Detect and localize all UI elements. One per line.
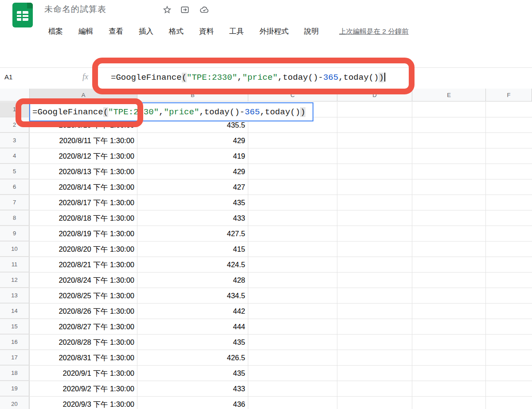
menu-item-外掛程式[interactable]: 外掛程式: [253, 25, 295, 38]
name-box[interactable]: A1: [4, 73, 12, 81]
cell-B17[interactable]: 426.5: [137, 350, 248, 366]
row-header-18[interactable]: 18: [0, 366, 29, 381]
cell-B8[interactable]: 433: [137, 210, 248, 226]
column-header-D[interactable]: D: [337, 89, 412, 101]
last-edited-link[interactable]: 上次編輯是在 2 分鐘前: [339, 27, 409, 36]
cell-B14[interactable]: 442: [137, 304, 248, 319]
cell-A17[interactable]: 2020/8/31 下午 1:30:00: [30, 350, 137, 366]
cell-A8[interactable]: 2020/8/18 下午 1:30:00: [30, 210, 137, 226]
row-header-4[interactable]: 4: [0, 148, 29, 164]
grid-body[interactable]: 122020/8/10 下午 1:30:00435.532020/8/11 下午…: [0, 102, 532, 409]
cell-A12[interactable]: 2020/8/24 下午 1:30:00: [30, 273, 137, 288]
row-header-1[interactable]: 1: [0, 102, 29, 117]
gridline: [485, 102, 486, 409]
row-header-8[interactable]: 8: [0, 210, 29, 226]
cell-A11[interactable]: 2020/8/21 下午 1:30:00: [30, 257, 137, 273]
select-all-corner[interactable]: [0, 89, 30, 101]
cell-B12[interactable]: 428: [137, 273, 248, 288]
cell-B9[interactable]: 427.5: [137, 226, 248, 242]
cell-A5[interactable]: 2020/8/13 下午 1:30:00: [30, 164, 137, 179]
active-cell-editor[interactable]: =GoogleFinance("TPE:2330","price",today(…: [29, 102, 313, 121]
menu-item-編輯[interactable]: 編輯: [72, 25, 100, 38]
row-header-20[interactable]: 20: [0, 397, 29, 409]
row-header-13[interactable]: 13: [0, 288, 29, 303]
sheets-logo-icon[interactable]: [12, 3, 33, 27]
row-header-12[interactable]: 12: [0, 273, 29, 288]
cloud-saved-icon[interactable]: [200, 5, 209, 15]
cell-A19[interactable]: 2020/9/2 下午 1:30:00: [30, 381, 137, 397]
cell-A15[interactable]: 2020/8/27 下午 1:30:00: [30, 319, 137, 335]
cell-B5[interactable]: 429: [137, 164, 248, 179]
cell-B7[interactable]: 435: [137, 195, 248, 210]
formula-token: "price": [242, 73, 278, 82]
column-header-A[interactable]: A: [30, 89, 137, 101]
menu-item-資料[interactable]: 資料: [192, 25, 220, 38]
formula-token: "TPE:2330": [108, 107, 159, 117]
row-header-17[interactable]: 17: [0, 350, 29, 365]
row-header-9[interactable]: 9: [0, 226, 29, 241]
formula-token: =GoogleFinance: [32, 107, 103, 117]
cell-A9[interactable]: 2020/8/19 下午 1:30:00: [30, 226, 137, 242]
cell-A16[interactable]: 2020/8/28 下午 1:30:00: [30, 335, 137, 350]
row-header-7[interactable]: 7: [0, 195, 29, 210]
cell-A4[interactable]: 2020/8/12 下午 1:30:00: [30, 148, 137, 164]
cell-A18[interactable]: 2020/9/1 下午 1:30:00: [30, 366, 137, 381]
cell-A7[interactable]: 2020/8/17 下午 1:30:00: [30, 195, 137, 210]
document-title[interactable]: 未命名的試算表: [44, 4, 106, 15]
menu-item-格式[interactable]: 格式: [162, 25, 190, 38]
cell-A3[interactable]: 2020/8/11 下午 1:30:00: [30, 133, 137, 148]
row-header-15[interactable]: 15: [0, 319, 29, 334]
text-caret: [384, 73, 385, 82]
row-header-19[interactable]: 19: [0, 381, 29, 396]
formula-token: 365: [323, 73, 338, 82]
formula-token: ,today(): [260, 107, 300, 117]
row-header-2[interactable]: 2: [0, 117, 29, 132]
cell-A6[interactable]: 2020/8/14 下午 1:30:00: [30, 179, 137, 195]
cell-B16[interactable]: 435: [137, 335, 248, 350]
formula-token: 365: [245, 107, 260, 117]
menu-item-檔案[interactable]: 檔案: [42, 25, 70, 38]
cell-A10[interactable]: 2020/8/20 下午 1:30:00: [30, 242, 137, 257]
menu-item-查看[interactable]: 查看: [102, 25, 130, 38]
column-header-F[interactable]: F: [486, 89, 532, 101]
cell-B11[interactable]: 424.5: [137, 257, 248, 273]
row-header-11[interactable]: 11: [0, 257, 29, 272]
column-header-E[interactable]: E: [412, 89, 486, 101]
logo-grid: [17, 11, 28, 21]
toolbar: 100% NT$ % .0 .00 123 預設 (Arial) 10 B I …: [0, 43, 532, 67]
cell-A20[interactable]: 2020/9/3 下午 1:30:00: [30, 397, 137, 409]
cell-A13[interactable]: 2020/8/25 下午 1:30:00: [30, 288, 137, 304]
menu-item-說明[interactable]: 說明: [297, 25, 325, 38]
cell-B4[interactable]: 419: [137, 148, 248, 164]
formula-input[interactable]: =GoogleFinance("TPE:2330","price",today(…: [111, 73, 385, 82]
spreadsheet-grid: ABCDEF 122020/8/10 下午 1:30:00435.532020/…: [0, 89, 532, 409]
menu-item-插入[interactable]: 插入: [132, 25, 160, 38]
row-header-3[interactable]: 3: [0, 133, 29, 148]
cell-B19[interactable]: 433: [137, 381, 248, 397]
row-header-6[interactable]: 6: [0, 179, 29, 195]
cell-B18[interactable]: 435: [137, 366, 248, 381]
move-to-folder-icon[interactable]: [180, 5, 190, 15]
cell-B20[interactable]: 436: [137, 397, 248, 409]
menu-item-工具[interactable]: 工具: [223, 25, 250, 38]
cell-B15[interactable]: 444: [137, 319, 248, 335]
column-header-C[interactable]: C: [248, 89, 337, 101]
column-header-B[interactable]: B: [137, 89, 248, 101]
row-header-16[interactable]: 16: [0, 335, 29, 350]
cell-B6[interactable]: 427: [137, 179, 248, 195]
formula-token: "price": [164, 107, 199, 117]
formula-token: ,today()-: [199, 107, 245, 117]
row-header-5[interactable]: 5: [0, 164, 29, 179]
cell-formula-text: =GoogleFinance("TPE:2330","price",today(…: [32, 107, 305, 117]
formula-token: ,today(): [338, 73, 379, 82]
cell-B3[interactable]: 429: [137, 133, 248, 148]
row-header-10[interactable]: 10: [0, 242, 29, 257]
gridline: [337, 102, 337, 409]
star-icon[interactable]: [162, 5, 172, 15]
row-header-14[interactable]: 14: [0, 304, 29, 319]
cell-B13[interactable]: 434.5: [137, 288, 248, 304]
cell-A14[interactable]: 2020/8/26 下午 1:30:00: [30, 304, 137, 319]
cell-B10[interactable]: 415: [137, 242, 248, 257]
formula-token: ,: [159, 107, 164, 117]
fx-icon: fx: [82, 72, 88, 82]
